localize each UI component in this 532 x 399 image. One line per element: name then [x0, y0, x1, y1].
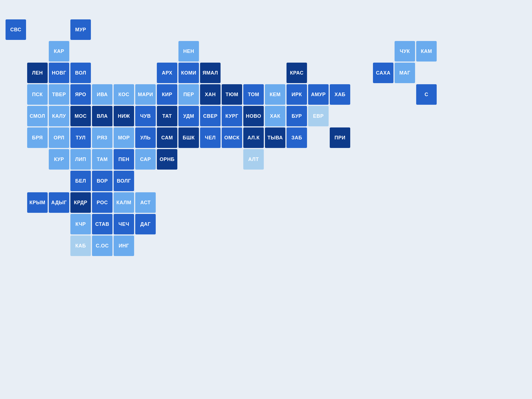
region-ЧЕЧ[interactable]: ЧЕЧ	[114, 214, 134, 234]
region-ВЛА[interactable]: ВЛА	[92, 106, 112, 126]
regions-grid: СВСМУРКАРНЕНЧУККАМЛЕННОВГВОЛАРХКОМИЯМАЛК…	[0, 14, 532, 283]
region-НИЖ[interactable]: НИЖ	[114, 106, 134, 126]
region-СТАВ[interactable]: СТАВ	[92, 214, 112, 234]
region-КАР[interactable]: КАР	[49, 41, 69, 62]
region-КУРГ[interactable]: КУРГ	[222, 106, 242, 126]
region-КАЛМ[interactable]: КАЛМ	[114, 192, 134, 213]
region-КЧР[interactable]: КЧР	[70, 214, 91, 234]
region-ЗАБ[interactable]: ЗАБ	[287, 127, 307, 148]
region-АРХ[interactable]: АРХ	[157, 63, 177, 83]
map-container: СВСМУРКАРНЕНЧУККАМЛЕННОВГВОЛАРХКОМИЯМАЛК…	[0, 14, 532, 283]
region-ИВА[interactable]: ИВА	[92, 84, 112, 105]
region-	[178, 19, 199, 40]
region-ЧУК[interactable]: ЧУК	[395, 41, 415, 62]
region-БРЯ[interactable]: БРЯ	[27, 127, 48, 148]
region-ВОЛГ[interactable]: ВОЛГ	[114, 171, 134, 191]
region-ИНГ[interactable]: ИНГ	[114, 236, 134, 256]
region-ЛИП[interactable]: ЛИП	[70, 149, 91, 170]
region-ХАК[interactable]: ХАК	[265, 106, 285, 126]
region-НОВГ[interactable]: НОВГ	[49, 63, 69, 83]
region-УДМ[interactable]: УДМ	[178, 106, 199, 126]
region-ТУЛ[interactable]: ТУЛ	[70, 127, 91, 148]
region-ИРК[interactable]: ИРК	[287, 84, 307, 105]
region-ЯМАЛ[interactable]: ЯМАЛ	[200, 63, 221, 83]
region-ХАБ[interactable]: ХАБ	[330, 84, 350, 105]
region-НЕН[interactable]: НЕН	[178, 41, 199, 62]
region-НОВО[interactable]: НОВО	[243, 106, 264, 126]
region-АДЫГ[interactable]: АДЫГ	[49, 192, 69, 213]
region-МОР[interactable]: МОР	[114, 127, 134, 148]
region-ПРИ[interactable]: ПРИ	[330, 127, 350, 148]
region-КОС[interactable]: КОС	[114, 84, 134, 105]
region-ПЕР[interactable]: ПЕР	[178, 84, 199, 105]
region-ХАН[interactable]: ХАН	[200, 84, 221, 105]
region-ЛЕН[interactable]: ЛЕН	[27, 63, 48, 83]
region-САМ[interactable]: САМ	[157, 127, 177, 148]
region-ТАТ[interactable]: ТАТ	[157, 106, 177, 126]
region-С[interactable]: С	[416, 84, 437, 105]
region-АЛ.К[interactable]: АЛ.К	[243, 127, 264, 148]
region-САХА[interactable]: САХА	[373, 63, 393, 83]
region-САР[interactable]: САР	[135, 149, 156, 170]
region-ОРНБ[interactable]: ОРНБ	[157, 149, 177, 170]
region-СВС[interactable]: СВС	[6, 19, 26, 40]
region-ЯРО[interactable]: ЯРО	[70, 84, 91, 105]
region-МОС[interactable]: МОС	[70, 106, 91, 126]
region-ДАГ[interactable]: ДАГ	[135, 214, 156, 234]
region-АСТ[interactable]: АСТ	[135, 192, 156, 213]
region-КАМ[interactable]: КАМ	[416, 41, 437, 62]
region-КРДР[interactable]: КРДР	[70, 192, 91, 213]
region-УЛЬ[interactable]: УЛЬ	[135, 127, 156, 148]
region-КАБ[interactable]: КАБ	[70, 236, 91, 256]
region-БШК[interactable]: БШК	[178, 127, 199, 148]
region-МАГ[interactable]: МАГ	[395, 63, 415, 83]
region-ЧУВ[interactable]: ЧУВ	[135, 106, 156, 126]
region-КИР[interactable]: КИР	[157, 84, 177, 105]
region-МАРИ[interactable]: МАРИ	[135, 84, 156, 105]
region-ПЕН[interactable]: ПЕН	[114, 149, 134, 170]
region-ТАМ[interactable]: ТАМ	[92, 149, 112, 170]
region-СВЕР[interactable]: СВЕР	[200, 106, 221, 126]
region-БЕЛ[interactable]: БЕЛ	[70, 171, 91, 191]
region-ЕВР[interactable]: ЕВР	[308, 106, 329, 126]
region-ЧЕЛ[interactable]: ЧЕЛ	[200, 127, 221, 148]
region-ОРЛ[interactable]: ОРЛ	[49, 127, 69, 148]
region-БУР[interactable]: БУР	[287, 106, 307, 126]
region-ОМСК[interactable]: ОМСК	[222, 127, 242, 148]
region-ВОЛ[interactable]: ВОЛ	[70, 63, 91, 83]
region-КЕМ[interactable]: КЕМ	[265, 84, 285, 105]
region-СМОЛ[interactable]: СМОЛ	[27, 106, 48, 126]
region-АМУР[interactable]: АМУР	[308, 84, 329, 105]
region-ТОМ[interactable]: ТОМ	[243, 84, 264, 105]
region-ПСК[interactable]: ПСК	[27, 84, 48, 105]
region-КОМИ[interactable]: КОМИ	[178, 63, 199, 83]
region-С.ОС[interactable]: С.ОС	[92, 236, 112, 256]
region-ТЮМ[interactable]: ТЮМ	[222, 84, 242, 105]
region-РЯЗ[interactable]: РЯЗ	[92, 127, 112, 148]
region-КРЫМ[interactable]: КРЫМ	[27, 192, 48, 213]
region-КРАС[interactable]: КРАС	[287, 63, 307, 83]
region-ТВЕР[interactable]: ТВЕР	[49, 84, 69, 105]
region-МУР[interactable]: МУР	[70, 19, 91, 40]
region-ТЫВА[interactable]: ТЫВА	[265, 127, 285, 148]
region-КАЛУ[interactable]: КАЛУ	[49, 106, 69, 126]
region-АЛТ[interactable]: АЛТ	[243, 149, 264, 170]
region-ВОР[interactable]: ВОР	[92, 171, 112, 191]
region-КУР[interactable]: КУР	[49, 149, 69, 170]
region-РОС[interactable]: РОС	[92, 192, 112, 213]
